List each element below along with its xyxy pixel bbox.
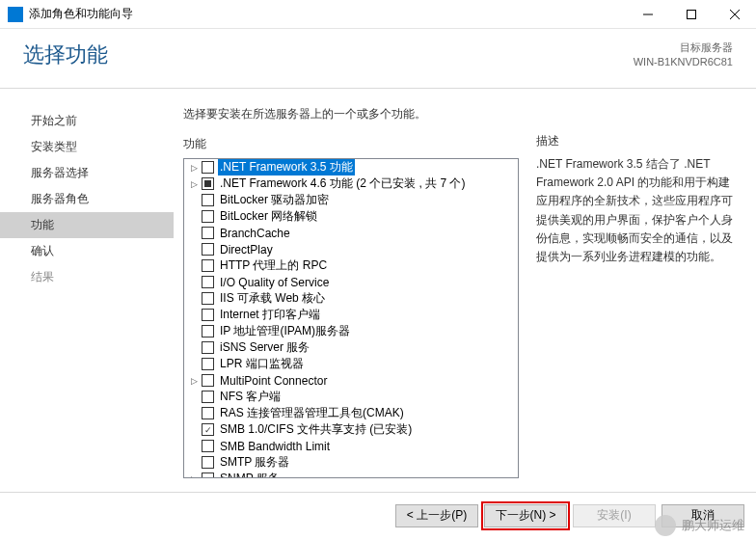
feature-label[interactable]: .NET Framework 4.6 功能 (2 个已安装 , 共 7 个) — [218, 176, 467, 192]
target-value: WIN-B1KNVDR6C81 — [634, 55, 733, 69]
feature-label[interactable]: iSNS Server 服务 — [218, 339, 311, 356]
feature-checkbox[interactable] — [202, 325, 214, 338]
feature-checkbox[interactable] — [202, 177, 214, 190]
feature-row[interactable]: NFS 客户端 — [184, 389, 518, 405]
feature-checkbox[interactable] — [202, 341, 214, 354]
feature-checkbox[interactable] — [202, 243, 214, 256]
sidebar-step-2[interactable]: 服务器选择 — [0, 160, 174, 186]
feature-label[interactable]: MultiPoint Connector — [218, 374, 329, 388]
feature-checkbox[interactable] — [202, 309, 214, 321]
feature-row[interactable]: SMB Bandwidth Limit — [184, 438, 518, 454]
feature-checkbox[interactable] — [202, 210, 214, 223]
description-label: 描述 — [536, 133, 741, 149]
wizard-steps-sidebar: 开始之前安装类型服务器选择服务器角色功能确认结果 — [0, 89, 174, 492]
feature-row[interactable]: ▷.NET Framework 4.6 功能 (2 个已安装 , 共 7 个) — [184, 176, 518, 192]
feature-checkbox[interactable] — [202, 292, 214, 305]
feature-row[interactable]: LPR 端口监视器 — [184, 356, 518, 372]
sidebar-step-1[interactable]: 安装类型 — [0, 134, 174, 160]
feature-label[interactable]: RAS 连接管理器管理工具包(CMAK) — [218, 405, 406, 421]
feature-row[interactable]: I/O Quality of Service — [184, 274, 518, 290]
feature-row[interactable]: BitLocker 驱动器加密 — [184, 192, 518, 208]
instruction-text: 选择要安装在所选服务器上的一个或多个功能。 — [183, 106, 519, 122]
feature-row[interactable]: IIS 可承载 Web 核心 — [184, 290, 518, 307]
feature-label[interactable]: NFS 客户端 — [218, 389, 283, 405]
feature-row[interactable]: BitLocker 网络解锁 — [184, 208, 518, 225]
description-text: .NET Framework 3.5 结合了 .NET Framework 2.… — [536, 155, 741, 266]
target-server-info: 目标服务器 WIN-B1KNVDR6C81 — [634, 40, 733, 69]
next-button[interactable]: 下一步(N) > — [484, 504, 567, 527]
feature-checkbox[interactable] — [202, 423, 214, 436]
sidebar-step-4[interactable]: 功能 — [0, 212, 174, 238]
expand-icon[interactable]: ▷ — [188, 376, 200, 386]
cancel-button[interactable]: 取消 — [662, 504, 744, 527]
feature-checkbox[interactable] — [202, 259, 214, 272]
feature-row[interactable]: IP 地址管理(IPAM)服务器 — [184, 323, 518, 339]
feature-label[interactable]: .NET Framework 3.5 功能 — [218, 159, 355, 176]
feature-row[interactable]: BranchCache — [184, 225, 518, 241]
feature-checkbox[interactable] — [202, 440, 214, 452]
window-title: 添加角色和功能向导 — [29, 6, 626, 22]
close-button[interactable] — [713, 0, 756, 29]
feature-label[interactable]: IIS 可承载 Web 核心 — [218, 290, 327, 307]
maximize-button[interactable] — [669, 0, 713, 29]
feature-label[interactable]: SMB Bandwidth Limit — [218, 440, 332, 453]
feature-row[interactable]: RAS 连接管理器管理工具包(CMAK) — [184, 405, 518, 421]
titlebar: 添加角色和功能向导 — [0, 0, 756, 29]
install-button: 安装(I) — [573, 504, 656, 527]
feature-row[interactable]: Internet 打印客户端 — [184, 307, 518, 323]
feature-label[interactable]: BitLocker 网络解锁 — [218, 208, 319, 225]
wizard-footer: < 上一步(P) 下一步(N) > 安装(I) 取消 鹏大师运维 — [0, 492, 756, 538]
sidebar-step-5[interactable]: 确认 — [0, 238, 174, 264]
feature-label[interactable]: SMB 1.0/CIFS 文件共享支持 (已安装) — [218, 421, 414, 438]
feature-checkbox[interactable] — [202, 358, 214, 370]
feature-label[interactable]: DirectPlay — [218, 243, 275, 256]
feature-checkbox[interactable] — [202, 227, 214, 239]
feature-checkbox[interactable] — [202, 374, 214, 387]
feature-checkbox[interactable] — [202, 407, 214, 419]
feature-row[interactable]: ▷.NET Framework 3.5 功能 — [184, 159, 518, 176]
sidebar-step-6: 结果 — [0, 264, 174, 290]
expand-icon[interactable]: ▷ — [188, 179, 200, 189]
feature-label[interactable]: SMTP 服务器 — [218, 454, 291, 471]
feature-label[interactable]: BranchCache — [218, 227, 292, 240]
feature-label[interactable]: Internet 打印客户端 — [218, 307, 322, 323]
expand-icon[interactable]: ▷ — [188, 474, 200, 479]
app-icon — [8, 7, 23, 22]
feature-checkbox[interactable] — [202, 456, 214, 469]
feature-row[interactable]: ▷MultiPoint Connector — [184, 372, 518, 389]
feature-row[interactable]: HTTP 代理上的 RPC — [184, 257, 518, 274]
features-label: 功能 — [183, 136, 519, 152]
feature-label[interactable]: LPR 端口监视器 — [218, 356, 306, 372]
wizard-body: 开始之前安装类型服务器选择服务器角色功能确认结果 选择要安装在所选服务器上的一个… — [0, 89, 756, 492]
minimize-button[interactable] — [626, 0, 669, 29]
wizard-header: 选择功能 目标服务器 WIN-B1KNVDR6C81 — [0, 29, 756, 89]
main-panel: 选择要安装在所选服务器上的一个或多个功能。 功能 ▷.NET Framework… — [174, 89, 756, 492]
features-column: 选择要安装在所选服务器上的一个或多个功能。 功能 ▷.NET Framework… — [183, 106, 519, 482]
feature-row[interactable]: iSNS Server 服务 — [184, 339, 518, 356]
feature-checkbox[interactable] — [202, 194, 214, 206]
feature-label[interactable]: SNMP 服务 — [218, 471, 282, 478]
feature-label[interactable]: IP 地址管理(IPAM)服务器 — [218, 323, 352, 339]
expand-icon[interactable]: ▷ — [188, 163, 200, 173]
feature-label[interactable]: HTTP 代理上的 RPC — [218, 257, 329, 274]
feature-row[interactable]: SMB 1.0/CIFS 文件共享支持 (已安装) — [184, 421, 518, 438]
feature-label[interactable]: BitLocker 驱动器加密 — [218, 192, 331, 208]
feature-label[interactable]: I/O Quality of Service — [218, 276, 331, 289]
features-tree[interactable]: ▷.NET Framework 3.5 功能▷.NET Framework 4.… — [183, 158, 519, 478]
target-label: 目标服务器 — [634, 40, 733, 55]
feature-row[interactable]: ▷SNMP 服务 — [184, 471, 518, 478]
svg-rect-1 — [687, 10, 695, 18]
feature-checkbox[interactable] — [202, 391, 214, 403]
feature-row[interactable]: SMTP 服务器 — [184, 454, 518, 471]
feature-checkbox[interactable] — [202, 472, 214, 478]
sidebar-step-0[interactable]: 开始之前 — [0, 108, 174, 134]
description-column: . 描述 .NET Framework 3.5 结合了 .NET Framewo… — [536, 106, 741, 482]
feature-checkbox[interactable] — [202, 161, 214, 174]
feature-checkbox[interactable] — [202, 276, 214, 288]
page-title: 选择功能 — [23, 40, 108, 69]
previous-button[interactable]: < 上一步(P) — [395, 504, 478, 527]
feature-row[interactable]: DirectPlay — [184, 241, 518, 257]
sidebar-step-3[interactable]: 服务器角色 — [0, 186, 174, 212]
